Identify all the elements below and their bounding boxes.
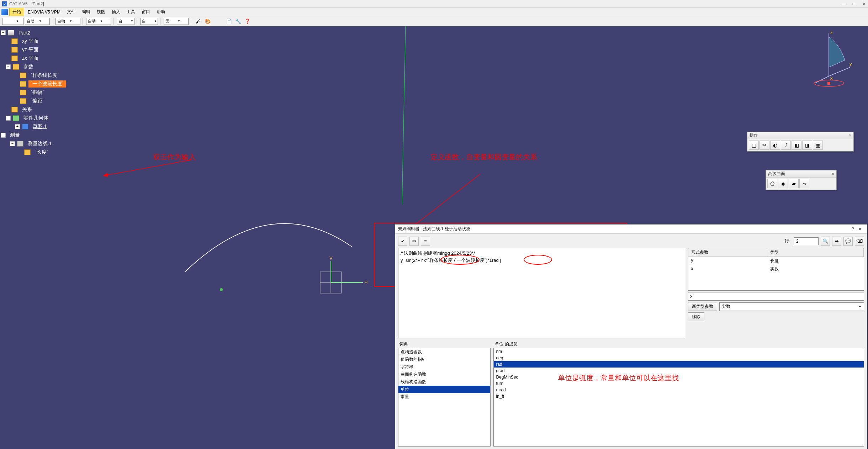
surf-btn-1[interactable]: ⬠ [767, 179, 777, 188]
tree-yz-plane[interactable]: yz 平面 [20, 46, 41, 53]
annotation-circle-1 [440, 255, 480, 265]
close-button[interactable]: ✕ [862, 1, 866, 6]
tree-xy-plane[interactable]: xy 平面 [20, 38, 41, 45]
tree-toggle[interactable]: − [10, 141, 15, 146]
tb-list-icon[interactable]: ≡ [421, 237, 430, 246]
surf-btn-2[interactable]: ◆ [778, 179, 788, 188]
combo-auto-2[interactable]: 自动▼ [55, 18, 80, 25]
tree-length[interactable]: `长度` [33, 149, 50, 156]
tb-erase-icon[interactable]: ⌫ [855, 237, 864, 246]
tb-check-icon[interactable]: ✔ [398, 237, 407, 246]
minimize-button[interactable]: — [841, 1, 846, 6]
member-item[interactable]: deg [494, 355, 864, 361]
combo-auto-1[interactable]: 自动▼ [25, 18, 50, 25]
menu-window[interactable]: 窗口 [139, 8, 153, 16]
tb-goto-icon[interactable]: ➡ [832, 237, 841, 246]
tb-comment-icon[interactable]: 💬 [843, 237, 853, 246]
start-menu[interactable]: 开始 [9, 8, 24, 16]
tree-relations[interactable]: 关系 [20, 106, 34, 113]
member-item[interactable]: nm [494, 348, 864, 355]
tree-toggle[interactable]: − [6, 116, 11, 121]
menu-file[interactable]: 文件 [64, 8, 78, 16]
dict-item[interactable]: 点构造函数 [398, 348, 490, 356]
param-row[interactable]: y长度 [688, 257, 864, 265]
tree-param-offset[interactable]: `偏距` [28, 97, 46, 105]
tool-icon-3[interactable]: ❓ [243, 17, 251, 25]
tree-param-amplitude[interactable]: `振幅` [28, 89, 46, 96]
menu-view[interactable]: 视图 [94, 8, 108, 16]
viewport[interactable]: V H −Part2 xy 平面 yz 平面 zx 平面 −参数 `样条线长度`… [0, 26, 868, 449]
maximize-button[interactable]: □ [853, 1, 855, 6]
spec-tree[interactable]: −Part2 xy 平面 yz 平面 zx 平面 −参数 `样条线长度` `一个… [0, 26, 142, 159]
tree-root[interactable]: Part2 [16, 30, 32, 36]
remove-param-button[interactable]: 移除 [688, 312, 704, 321]
param-icon [20, 73, 26, 78]
surf-btn-4[interactable]: ▱ [799, 179, 809, 188]
tree-toggle[interactable]: − [6, 64, 11, 69]
op-btn-7[interactable]: ▦ [813, 141, 823, 150]
combo-none[interactable]: 无▼ [164, 18, 189, 25]
param-name-field[interactable]: x [688, 292, 864, 301]
new-type-param-button[interactable]: 新类型参数 [688, 302, 717, 311]
op-btn-5[interactable]: ◧ [792, 141, 801, 150]
surf-btn-3[interactable]: ▰ [789, 179, 799, 188]
help-button[interactable]: ? [850, 227, 856, 232]
menu-help[interactable]: 帮助 [154, 8, 168, 16]
tree-sketch[interactable]: 草图.1 [31, 123, 49, 130]
member-item[interactable]: in_ft [494, 393, 864, 400]
code-editor[interactable]: /*法则曲线 创建者mingg 2024/5/23*/ y=sin(2*PI*x… [398, 248, 685, 338]
tb-find-icon[interactable]: 🔍 [821, 237, 830, 246]
menu-tools[interactable]: 工具 [124, 8, 138, 16]
param-table[interactable]: 形式参数 类型 y长度 x实数 [688, 248, 864, 291]
tree-body[interactable]: 零件几何体 [21, 115, 51, 122]
member-item-rad[interactable]: rad [494, 361, 864, 368]
tb-cut-icon[interactable]: ✂ [409, 237, 419, 246]
tree-toggle[interactable]: − [1, 133, 6, 138]
tree-param-spline-length[interactable]: `样条线长度` [28, 72, 61, 79]
tree-toggle[interactable]: + [15, 124, 20, 129]
dict-item[interactable]: 线框构造函数 [398, 378, 490, 386]
tree-measure-edge[interactable]: 测量边线.1 [26, 140, 54, 147]
combo-auto-3[interactable]: 自动▼ [86, 18, 111, 25]
op-btn-2[interactable]: ✂ [760, 141, 769, 150]
tree-zx-plane[interactable]: zx 平面 [20, 55, 41, 62]
menu-edit[interactable]: 编辑 [79, 8, 93, 16]
dialog-titlebar[interactable]: 规则编辑器 : 法则曲线.1 处于活动状态 ? ✕ [395, 224, 867, 234]
tree-measure[interactable]: 测量 [8, 132, 22, 139]
tree-toggle[interactable]: − [1, 30, 6, 35]
menu-enovia[interactable]: ENOVIA V5 VPM [25, 9, 63, 15]
close-icon[interactable]: × [849, 133, 851, 138]
tree-param-wave-length[interactable]: `一个波段长度` [28, 80, 66, 88]
toolbar-advanced-surface[interactable]: 高级曲面× ⬠ ◆ ▰ ▱ [766, 170, 837, 190]
combo-1[interactable]: ▼ [2, 18, 23, 25]
op-btn-1[interactable]: ◫ [749, 141, 759, 150]
palette-icon[interactable]: 🎨 [203, 17, 211, 25]
member-item[interactable]: mrad [494, 387, 864, 393]
op-btn-6[interactable]: ◨ [802, 141, 812, 150]
line-number-field[interactable]: 2 [794, 237, 819, 245]
dict-item[interactable]: 常量 [398, 393, 490, 401]
close-icon[interactable]: × [832, 171, 834, 176]
op-btn-3[interactable]: ◐ [770, 141, 780, 150]
tree-params[interactable]: 参数 [21, 63, 36, 70]
param-row[interactable]: x实数 [688, 265, 864, 273]
op-btn-4[interactable]: ⤴ [781, 141, 791, 150]
compass[interactable]: x y z [811, 30, 854, 87]
dict-item[interactable]: 值函数的指针 [398, 356, 490, 363]
dict-item-units[interactable]: 单位 [398, 386, 490, 393]
members-listbox[interactable]: nm deg rad grad DegMinSec turn mrad in_f… [493, 348, 864, 447]
toolbar-operation[interactable]: 操作× ◫ ✂ ◐ ⤴ ◧ ◨ ▦ [747, 132, 854, 152]
dict-item[interactable]: 曲面构造函数 [398, 371, 490, 378]
menu-insert[interactable]: 插入 [109, 8, 123, 16]
combo-auto-4[interactable]: 自▼ [117, 18, 134, 25]
tool-icon-2[interactable]: 🔧 [234, 17, 242, 25]
dialog-close-button[interactable]: ✕ [856, 227, 864, 232]
style-toolbar: ▼ 自动▼ 自动▼ 自动▼ 自▼ 自▼ 无▼ 🖌 🎨 📄 🔧 ❓ [0, 16, 868, 26]
combo-auto-5[interactable]: 自▼ [140, 18, 158, 25]
dict-listbox[interactable]: 点构造函数 值函数的指针 字符串 曲面构造函数 线框构造函数 单位 常量 [398, 348, 491, 447]
annotation-define-function: 定义函数，自变量和因变量的关系 [430, 152, 537, 162]
brush-icon[interactable]: 🖌 [194, 17, 202, 25]
param-type-combo[interactable]: 实数▼ [719, 302, 864, 311]
tool-icon-1[interactable]: 📄 [225, 17, 233, 25]
dict-item[interactable]: 字符串 [398, 363, 490, 371]
